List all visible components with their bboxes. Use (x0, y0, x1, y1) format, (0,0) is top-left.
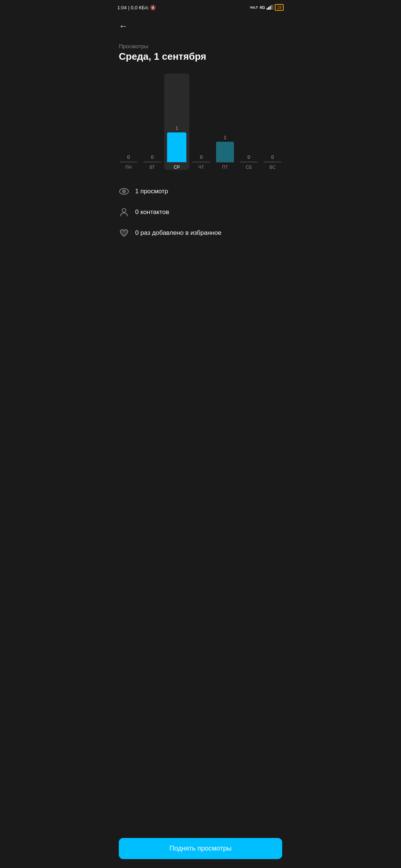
stats-section: 1 просмотр 0 контактов 0 раз добавлено в… (111, 174, 290, 251)
lte-icon: VoLTE (250, 4, 258, 11)
4g-icon: 4G (260, 5, 265, 10)
bar-value-pn: 0 (127, 154, 130, 160)
stat-contacts-text: 0 контактов (135, 208, 169, 216)
status-right: VoLTE 4G 19 (250, 4, 284, 11)
svg-rect-5 (273, 4, 273, 10)
boost-button[interactable]: Поднять просмотры (119, 838, 282, 859)
bar-value-sr: 1 (175, 125, 178, 131)
person-icon (119, 207, 129, 217)
signal-icon (267, 4, 273, 11)
chart-container: 0 ПН 0 ВТ 1 СР 0 ЧТ (111, 73, 290, 170)
stat-favorites: 0 раз добавлено в избранное (119, 223, 282, 243)
stat-contacts: 0 контактов (119, 202, 282, 223)
status-left: 1:04 | 0,0 КБ/с 🔇 (117, 5, 156, 10)
bar-wrapper-pn[interactable]: 0 ПН (117, 73, 140, 170)
bar-wrapper-sb[interactable]: 0 СБ (237, 73, 261, 170)
bar-label-sb: СБ (246, 165, 252, 170)
bar-value-vs: 0 (271, 154, 274, 160)
bar-value-sb: 0 (247, 154, 250, 160)
svg-text:VoLTE: VoLTE (250, 6, 258, 9)
bar-label-cht: ЧТ (198, 165, 204, 170)
svg-rect-3 (270, 6, 271, 10)
svg-rect-4 (271, 5, 272, 10)
svg-rect-1 (267, 8, 268, 10)
bar-label-sr: СР (174, 165, 180, 170)
bar-wrapper-sr[interactable]: 1 СР (164, 73, 189, 170)
time-display: 1:04 (117, 5, 127, 10)
back-button[interactable]: ← (119, 19, 128, 33)
network-speed: | 0,0 КБ/с (128, 5, 149, 10)
mute-icon: 🔇 (150, 5, 156, 10)
bar-value-cht: 0 (200, 154, 202, 160)
stat-favorites-text: 0 раз добавлено в избранное (135, 229, 221, 237)
bar-wrapper-cht[interactable]: 0 ЧТ (189, 73, 213, 170)
stat-views: 1 просмотр (119, 181, 282, 202)
heart-icon (119, 228, 129, 238)
svg-rect-2 (268, 7, 269, 10)
bar-pt (216, 142, 234, 162)
page-subtitle: Просмотры (111, 43, 290, 49)
battery-icon: 19 (275, 4, 284, 11)
bar-wrapper-vs[interactable]: 0 ВС (261, 73, 284, 170)
eye-icon (119, 186, 129, 197)
svg-point-8 (123, 191, 125, 192)
bar-value-pt: 1 (224, 135, 226, 140)
svg-point-9 (122, 208, 126, 212)
page-title: Среда, 1 сентября (111, 49, 290, 70)
bar-wrapper-pt[interactable]: 1 ПТ (213, 73, 237, 170)
status-bar: 1:04 | 0,0 КБ/с 🔇 VoLTE 4G 19 (111, 0, 290, 15)
bar-label-vt: ВТ (150, 165, 155, 170)
header: ← (111, 15, 290, 36)
stat-views-text: 1 просмотр (135, 188, 168, 195)
chart-bars: 0 ПН 0 ВТ 1 СР 0 ЧТ (115, 73, 286, 170)
bar-label-pt: ПТ (222, 165, 228, 170)
bar-label-pn: ПН (125, 165, 131, 170)
bottom-button-area: Поднять просмотры (111, 832, 290, 868)
bar-value-vt: 0 (151, 154, 153, 160)
bar-wrapper-vt[interactable]: 0 ВТ (140, 73, 164, 170)
bar-label-vs: ВС (270, 165, 276, 170)
bar-selected-bg: 1 СР (164, 73, 189, 170)
bar-sr (167, 132, 186, 162)
